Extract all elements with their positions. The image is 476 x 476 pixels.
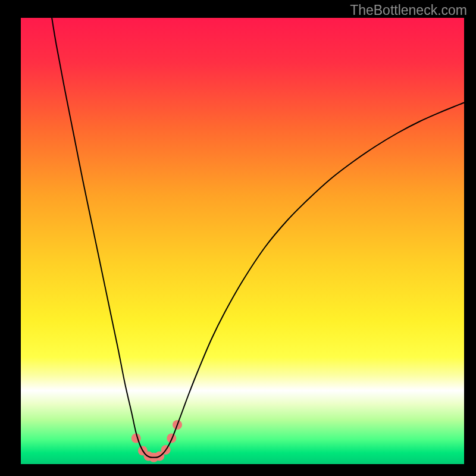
curve-layer [21, 18, 464, 464]
chart-frame: TheBottleneck.com [0, 0, 476, 476]
plot-area [21, 18, 464, 464]
bottleneck-curve-path [52, 18, 464, 458]
watermark-text: TheBottleneck.com [350, 2, 467, 18]
